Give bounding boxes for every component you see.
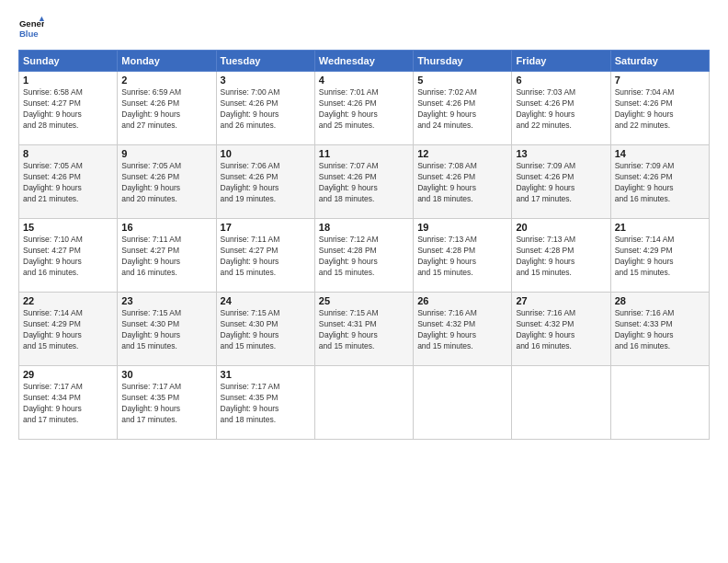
calendar-cell: 14Sunrise: 7:09 AMSunset: 4:26 PMDayligh… [610,145,709,219]
calendar-cell: 7Sunrise: 7:04 AMSunset: 4:26 PMDaylight… [610,72,709,145]
calendar-header-monday: Monday [118,51,216,72]
header: General Blue [18,15,710,40]
day-number: 15 [23,222,113,233]
day-number: 24 [221,295,311,306]
day-number: 2 [121,75,211,86]
day-number: 26 [417,295,507,306]
day-number: 18 [319,222,409,233]
day-info: Sunrise: 7:17 AMSunset: 4:35 PMDaylight:… [221,382,311,426]
day-info: Sunrise: 7:11 AMSunset: 4:27 PMDaylight:… [121,235,211,279]
day-info: Sunrise: 7:14 AMSunset: 4:29 PMDaylight:… [23,308,113,352]
day-info: Sunrise: 7:13 AMSunset: 4:28 PMDaylight:… [516,235,606,279]
day-info: Sunrise: 7:03 AMSunset: 4:26 PMDaylight:… [516,87,606,132]
calendar-week-3: 15Sunrise: 7:10 AMSunset: 4:27 PMDayligh… [19,219,710,293]
calendar-week-5: 29Sunrise: 7:17 AMSunset: 4:34 PMDayligh… [19,366,710,440]
day-number: 1 [23,75,113,86]
day-number: 21 [615,222,705,233]
logo-icon: General Blue [18,15,44,40]
calendar-cell: 10Sunrise: 7:06 AMSunset: 4:26 PMDayligh… [216,145,314,219]
day-number: 14 [615,148,705,159]
calendar-cell [314,366,413,440]
day-number: 5 [417,75,507,86]
day-info: Sunrise: 7:13 AMSunset: 4:28 PMDaylight:… [417,235,507,279]
day-info: Sunrise: 6:58 AMSunset: 4:27 PMDaylight:… [23,87,113,132]
day-info: Sunrise: 7:16 AMSunset: 4:32 PMDaylight:… [417,308,507,352]
day-number: 13 [516,148,606,159]
calendar-cell: 18Sunrise: 7:12 AMSunset: 4:28 PMDayligh… [314,219,413,293]
calendar-cell: 26Sunrise: 7:16 AMSunset: 4:32 PMDayligh… [414,293,512,366]
day-info: Sunrise: 7:16 AMSunset: 4:32 PMDaylight:… [516,308,606,352]
calendar-header-saturday: Saturday [610,51,709,72]
calendar-table: SundayMondayTuesdayWednesdayThursdayFrid… [18,50,710,440]
day-number: 19 [417,222,507,233]
calendar-cell: 28Sunrise: 7:16 AMSunset: 4:33 PMDayligh… [610,293,709,366]
day-info: Sunrise: 7:09 AMSunset: 4:26 PMDaylight:… [615,161,705,205]
day-info: Sunrise: 7:00 AMSunset: 4:26 PMDaylight:… [221,87,311,132]
day-info: Sunrise: 7:05 AMSunset: 4:26 PMDaylight:… [23,161,113,205]
calendar-cell: 1Sunrise: 6:58 AMSunset: 4:27 PMDaylight… [19,72,118,145]
calendar-week-2: 8Sunrise: 7:05 AMSunset: 4:26 PMDaylight… [19,145,710,219]
day-info: Sunrise: 7:05 AMSunset: 4:26 PMDaylight:… [121,161,211,205]
day-number: 25 [319,295,409,306]
day-info: Sunrise: 7:06 AMSunset: 4:26 PMDaylight:… [221,161,311,205]
day-number: 11 [319,148,409,159]
calendar-cell: 6Sunrise: 7:03 AMSunset: 4:26 PMDaylight… [512,72,610,145]
day-number: 3 [221,75,311,86]
calendar-cell [610,366,709,440]
day-info: Sunrise: 7:15 AMSunset: 4:31 PMDaylight:… [319,308,409,352]
calendar-cell: 24Sunrise: 7:15 AMSunset: 4:30 PMDayligh… [216,293,314,366]
day-number: 4 [319,75,409,86]
calendar-cell: 21Sunrise: 7:14 AMSunset: 4:29 PMDayligh… [610,219,709,293]
calendar-week-4: 22Sunrise: 7:14 AMSunset: 4:29 PMDayligh… [19,293,710,366]
calendar-cell: 9Sunrise: 7:05 AMSunset: 4:26 PMDaylight… [118,145,216,219]
calendar-cell [414,366,512,440]
calendar-cell: 19Sunrise: 7:13 AMSunset: 4:28 PMDayligh… [414,219,512,293]
day-info: Sunrise: 7:15 AMSunset: 4:30 PMDaylight:… [221,308,311,352]
day-info: Sunrise: 7:12 AMSunset: 4:28 PMDaylight:… [319,235,409,279]
day-info: Sunrise: 7:17 AMSunset: 4:34 PMDaylight:… [23,382,113,426]
calendar-week-1: 1Sunrise: 6:58 AMSunset: 4:27 PMDaylight… [19,72,710,145]
calendar-header-tuesday: Tuesday [216,51,314,72]
calendar-cell: 17Sunrise: 7:11 AMSunset: 4:27 PMDayligh… [216,219,314,293]
calendar-cell: 23Sunrise: 7:15 AMSunset: 4:30 PMDayligh… [118,293,216,366]
day-number: 30 [121,369,211,380]
day-info: Sunrise: 7:16 AMSunset: 4:33 PMDaylight:… [615,308,705,352]
day-info: Sunrise: 7:10 AMSunset: 4:27 PMDaylight:… [23,235,113,279]
day-number: 7 [615,75,705,86]
day-number: 28 [615,295,705,306]
day-info: Sunrise: 6:59 AMSunset: 4:26 PMDaylight:… [121,87,211,132]
day-info: Sunrise: 7:07 AMSunset: 4:26 PMDaylight:… [319,161,409,205]
calendar-header-thursday: Thursday [414,51,512,72]
svg-text:Blue: Blue [19,29,39,39]
day-number: 6 [516,75,606,86]
day-info: Sunrise: 7:08 AMSunset: 4:26 PMDaylight:… [417,161,507,205]
day-number: 16 [121,222,211,233]
day-number: 27 [516,295,606,306]
day-info: Sunrise: 7:15 AMSunset: 4:30 PMDaylight:… [121,308,211,352]
day-number: 31 [221,369,311,380]
day-info: Sunrise: 7:11 AMSunset: 4:27 PMDaylight:… [221,235,311,279]
day-number: 23 [121,295,211,306]
day-number: 29 [23,369,113,380]
calendar-cell: 27Sunrise: 7:16 AMSunset: 4:32 PMDayligh… [512,293,610,366]
day-info: Sunrise: 7:09 AMSunset: 4:26 PMDaylight:… [516,161,606,205]
calendar-cell: 15Sunrise: 7:10 AMSunset: 4:27 PMDayligh… [19,219,118,293]
day-info: Sunrise: 7:01 AMSunset: 4:26 PMDaylight:… [319,87,409,132]
day-info: Sunrise: 7:14 AMSunset: 4:29 PMDaylight:… [615,235,705,279]
calendar-cell: 29Sunrise: 7:17 AMSunset: 4:34 PMDayligh… [19,366,118,440]
calendar-cell: 13Sunrise: 7:09 AMSunset: 4:26 PMDayligh… [512,145,610,219]
calendar-cell: 2Sunrise: 6:59 AMSunset: 4:26 PMDaylight… [118,72,216,145]
day-number: 17 [221,222,311,233]
calendar-cell: 30Sunrise: 7:17 AMSunset: 4:35 PMDayligh… [118,366,216,440]
calendar-cell: 31Sunrise: 7:17 AMSunset: 4:35 PMDayligh… [216,366,314,440]
calendar-cell: 5Sunrise: 7:02 AMSunset: 4:26 PMDaylight… [414,72,512,145]
calendar-cell: 8Sunrise: 7:05 AMSunset: 4:26 PMDaylight… [19,145,118,219]
calendar-cell: 11Sunrise: 7:07 AMSunset: 4:26 PMDayligh… [314,145,413,219]
day-number: 20 [516,222,606,233]
calendar-cell: 16Sunrise: 7:11 AMSunset: 4:27 PMDayligh… [118,219,216,293]
day-number: 22 [23,295,113,306]
logo: General Blue [18,15,44,40]
day-number: 9 [121,148,211,159]
day-info: Sunrise: 7:04 AMSunset: 4:26 PMDaylight:… [615,87,705,132]
page: General Blue SundayMondayTuesdayWednesda… [0,0,728,563]
